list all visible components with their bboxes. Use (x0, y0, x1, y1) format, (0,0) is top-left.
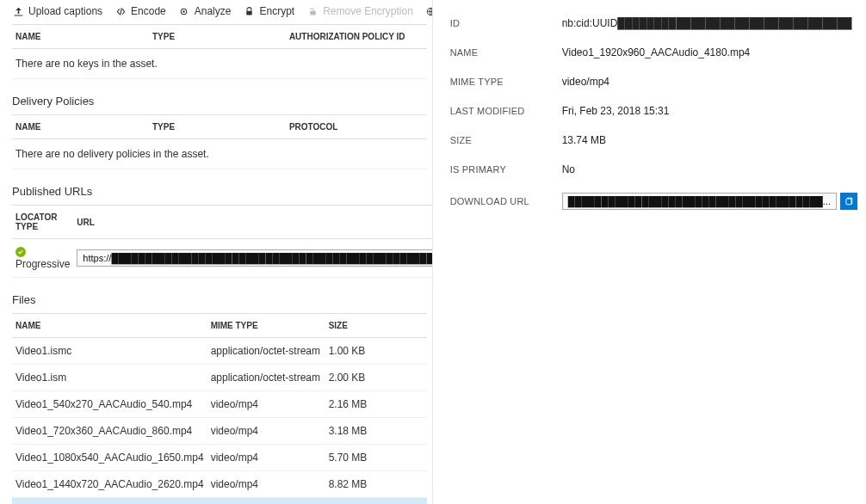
lock-icon (243, 5, 255, 17)
detail-size-row: SIZE 13.74 MB (450, 126, 857, 155)
file-name-cell: Video1_720x360_AACAudio_860.mp4 (12, 418, 207, 445)
right-panel: ID nb:cid:UUID██████████████████████████… (433, 0, 866, 504)
file-mime-cell: video/mp4 (207, 418, 325, 445)
file-mime-cell: video/mp4 (207, 445, 325, 471)
published-th-url: URL (73, 206, 432, 239)
svg-rect-11 (846, 199, 851, 205)
encrypt-button[interactable]: Encrypt (243, 5, 294, 17)
detail-size-value: 13.74 MB (562, 134, 857, 146)
file-name-cell: Video1.ism (12, 365, 207, 391)
svg-rect-3 (310, 10, 316, 15)
detail-name-value: Video1_1920x960_AACAudio_4180.mp4 (562, 46, 857, 58)
detail-isprimary-value: No (562, 163, 857, 175)
delivery-th-type: TYPE (149, 115, 286, 139)
remove-encryption-label: Remove Encryption (323, 5, 413, 17)
detail-isprimary-label: IS PRIMARY (450, 164, 562, 175)
detail-lastmod-label: LAST MODIFIED (450, 106, 562, 116)
detail-id-value: nb:cid:UUID█████████████████████████████… (562, 17, 857, 29)
keys-th-name: NAME (12, 25, 149, 49)
file-mime-cell: video/mp4 (207, 498, 325, 505)
file-mime-cell: application/octet-stream (207, 365, 325, 391)
table-row[interactable]: Video1_540x270_AACAudio_540.mp4video/mp4… (12, 391, 427, 418)
files-table: NAME MIME TYPE SIZE Video1.ismcapplicati… (12, 313, 427, 504)
detail-mime-row: MIME TYPE video/mp4 (450, 67, 857, 96)
delivery-empty: There are no delivery policies in the as… (12, 139, 427, 169)
file-size-cell: 5.70 MB (325, 445, 427, 471)
delivery-table: NAME TYPE PROTOCOL There are no delivery… (12, 114, 427, 169)
left-panel: Upload captions Encode Analyze Encrypt R… (0, 0, 433, 504)
detail-name-label: NAME (450, 47, 562, 58)
file-size-cell: 2.16 MB (325, 391, 427, 418)
table-row[interactable]: Video1_1440x720_AACAudio_2620.mp4video/m… (12, 471, 427, 498)
detail-lastmod-value: Fri, Feb 23, 2018 15:31 (562, 105, 857, 117)
file-size-cell: 8.82 MB (325, 471, 427, 498)
svg-rect-2 (246, 10, 252, 15)
file-name-cell: Video1_540x270_AACAudio_540.mp4 (12, 391, 207, 418)
published-url-cell: https://████████████████████████████████… (73, 239, 432, 278)
file-size-cell: 2.00 KB (325, 365, 427, 391)
upload-captions-label: Upload captions (28, 5, 102, 17)
analyze-button[interactable]: Analyze (178, 5, 232, 17)
delivery-th-protocol: PROTOCOL (286, 115, 427, 139)
published-urls-title: Published URLs (12, 185, 427, 198)
detail-size-label: SIZE (450, 135, 562, 145)
remove-encryption-button: Remove Encryption (306, 5, 413, 17)
copy-download-url-button[interactable] (840, 193, 857, 210)
analyze-icon (178, 5, 190, 17)
detail-lastmod-row: LAST MODIFIED Fri, Feb 23, 2018 15:31 (450, 96, 857, 126)
published-url-input[interactable]: https://████████████████████████████████… (77, 249, 432, 267)
detail-downloadurl-value: ██████████████████████████████████████..… (562, 193, 857, 210)
detail-isprimary-row: IS PRIMARY No (450, 155, 857, 184)
table-row[interactable]: Video1_1920x960_AACAudio_4180.mp4video/m… (12, 498, 427, 505)
file-name-cell: Video1_1440x720_AACAudio_2620.mp4 (12, 471, 207, 498)
file-mime-cell: application/octet-stream (207, 338, 325, 365)
table-row[interactable]: Video1_720x360_AACAudio_860.mp4video/mp4… (12, 418, 427, 445)
detail-id-row: ID nb:cid:UUID██████████████████████████… (450, 9, 857, 38)
detail-downloadurl-row: DOWNLOAD URL ███████████████████████████… (450, 184, 857, 218)
table-row[interactable]: Video1_1080x540_AACAudio_1650.mp4video/m… (12, 445, 427, 471)
file-name-cell: Video1.ismc (12, 338, 207, 365)
published-th-locator: LOCATOR TYPE (12, 206, 73, 239)
published-row[interactable]: Progressive https://████████████████████… (12, 239, 433, 278)
files-th-name: NAME (12, 314, 207, 338)
table-row[interactable]: Video1.ismcapplication/octet-stream1.00 … (12, 338, 427, 365)
success-icon (15, 247, 26, 257)
delivery-th-name: NAME (12, 115, 149, 139)
toolbar: Upload captions Encode Analyze Encrypt R… (12, 0, 427, 24)
encode-button[interactable]: Encode (114, 5, 166, 17)
published-locator-cell: Progressive (12, 239, 73, 278)
files-th-mime: MIME TYPE (207, 314, 325, 338)
file-mime-cell: video/mp4 (207, 471, 325, 498)
analyze-label: Analyze (195, 5, 232, 17)
detail-mime-label: MIME TYPE (450, 77, 562, 87)
file-name-cell: Video1_1080x540_AACAudio_1650.mp4 (12, 445, 207, 471)
publish-button[interactable]: Publish (425, 5, 433, 17)
keys-th-type: TYPE (149, 25, 286, 49)
published-locator-label: Progressive (15, 258, 70, 270)
download-url-input[interactable]: ██████████████████████████████████████..… (562, 193, 837, 210)
delivery-policies-title: Delivery Policies (12, 95, 427, 108)
detail-downloadurl-label: DOWNLOAD URL (450, 196, 562, 206)
keys-th-auth: AUTHORIZATION POLICY ID (286, 25, 427, 49)
file-size-cell: 1.00 KB (325, 338, 427, 365)
files-title: Files (12, 293, 427, 306)
unlock-icon (306, 5, 319, 17)
globe-icon (425, 5, 433, 17)
file-size-cell: 3.18 MB (325, 418, 427, 445)
file-name-cell: Video1_1920x960_AACAudio_4180.mp4 (12, 498, 207, 505)
upload-icon (12, 5, 24, 17)
detail-mime-value: video/mp4 (562, 76, 857, 88)
encode-label: Encode (131, 5, 166, 17)
file-mime-cell: video/mp4 (207, 391, 325, 418)
svg-point-1 (183, 10, 185, 12)
keys-table: NAME TYPE AUTHORIZATION POLICY ID There … (12, 24, 427, 79)
file-size-cell: 13.74 MB (325, 498, 427, 505)
detail-id-label: ID (450, 18, 562, 28)
upload-captions-button[interactable]: Upload captions (12, 5, 102, 17)
encrypt-label: Encrypt (259, 5, 294, 17)
keys-empty: There are no keys in the asset. (12, 49, 427, 79)
encode-icon (114, 5, 127, 17)
published-table: LOCATOR TYPE URL Progressive https://███… (12, 205, 433, 278)
detail-name-row: NAME Video1_1920x960_AACAudio_4180.mp4 (450, 38, 857, 67)
table-row[interactable]: Video1.ismapplication/octet-stream2.00 K… (12, 365, 427, 391)
